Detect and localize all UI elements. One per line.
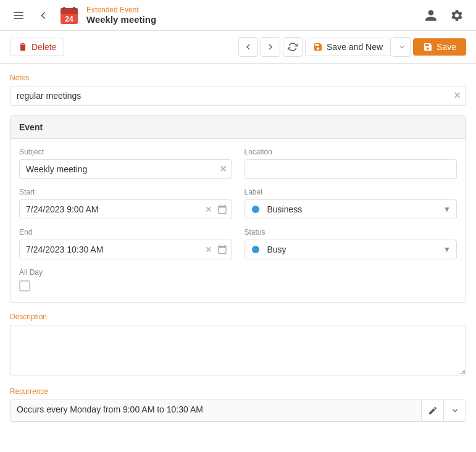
chevron-down-icon xyxy=(451,406,459,415)
status-select[interactable]: Busy Free Tentative Out of Office xyxy=(244,240,457,259)
end-status-row: End ✕ Status xyxy=(19,228,457,259)
chevron-left-icon xyxy=(243,42,253,52)
header-left: 24 Extended Event Weekly meeting xyxy=(10,6,156,25)
subject-location-row: Subject ✕ Location xyxy=(19,148,457,179)
start-calendar-button[interactable] xyxy=(216,203,228,216)
chevron-right-icon xyxy=(265,42,275,52)
save-and-new-label: Save and New xyxy=(327,42,383,52)
label-select-wrap: Business Personal Family Holiday ▼ xyxy=(244,199,457,219)
event-section: Event Subject ✕ Location xyxy=(10,115,466,303)
account-icon xyxy=(424,9,438,22)
content-area: Notes ✕ Event Subject ✕ Location xyxy=(0,64,476,452)
calendar-icon xyxy=(217,204,227,214)
trash-icon xyxy=(18,42,28,52)
end-label: End xyxy=(19,228,232,236)
app-icon: 24 xyxy=(59,6,79,25)
subject-input[interactable] xyxy=(19,159,232,179)
start-label-row: Start ✕ Label xyxy=(19,188,457,219)
end-input[interactable] xyxy=(19,240,232,259)
end-icons: ✕ xyxy=(204,243,228,256)
header-main-title: Weekly meeting xyxy=(86,14,156,25)
delete-label: Delete xyxy=(31,42,56,52)
notes-input-wrap: ✕ xyxy=(10,86,466,106)
label-select[interactable]: Business Personal Family Holiday xyxy=(244,199,457,219)
account-button[interactable] xyxy=(422,6,440,25)
header-right xyxy=(422,6,466,25)
back-icon xyxy=(37,9,49,22)
start-icons: ✕ xyxy=(204,203,228,216)
start-col: Start ✕ xyxy=(19,188,232,219)
allday-checkbox[interactable] xyxy=(19,280,30,291)
delete-button[interactable]: Delete xyxy=(10,38,64,56)
start-input[interactable] xyxy=(19,199,232,219)
subject-label: Subject xyxy=(19,148,232,156)
menu-button[interactable] xyxy=(10,7,27,24)
start-input-wrap: ✕ xyxy=(19,199,232,219)
end-col: End ✕ xyxy=(19,228,232,259)
prev-button[interactable] xyxy=(238,37,258,57)
end-clear-button[interactable]: ✕ xyxy=(204,243,214,256)
save-icon xyxy=(423,42,433,52)
subject-clear-button[interactable]: ✕ xyxy=(219,164,227,174)
description-section: Description xyxy=(10,312,466,377)
settings-button[interactable] xyxy=(448,6,466,25)
description-label: Description xyxy=(10,312,466,321)
back-button[interactable] xyxy=(35,7,52,24)
svg-text:24: 24 xyxy=(65,15,73,23)
label-field-label: Label xyxy=(244,188,457,196)
calendar-icon xyxy=(217,245,227,254)
label-dot xyxy=(252,206,259,213)
save-button[interactable]: Save xyxy=(413,38,466,56)
toolbar-right: Save and New Save xyxy=(238,37,466,57)
save-label: Save xyxy=(436,42,456,52)
header-title: Extended Event Weekly meeting xyxy=(86,6,156,25)
next-button[interactable] xyxy=(261,37,280,57)
svg-rect-6 xyxy=(63,7,65,10)
start-label: Start xyxy=(19,188,232,196)
status-field-label: Status xyxy=(244,228,457,236)
start-clear-button[interactable]: ✕ xyxy=(204,203,214,216)
location-label: Location xyxy=(244,148,457,156)
end-input-wrap: ✕ xyxy=(19,240,232,259)
label-col: Label Business Personal Family Holiday ▼ xyxy=(244,188,457,219)
allday-row: All Day xyxy=(19,268,457,293)
dropdown-arrow-icon xyxy=(398,43,406,51)
header-subtitle: Extended Event xyxy=(86,6,156,14)
recurrence-edit-button[interactable] xyxy=(422,400,444,422)
menu-icon xyxy=(12,9,25,22)
pencil-icon xyxy=(428,406,438,416)
recurrence-input-wrap: Occurs every Monday from 9:00 AM to 10:3… xyxy=(10,400,466,422)
svg-rect-7 xyxy=(73,7,75,10)
header: 24 Extended Event Weekly meeting xyxy=(0,0,476,31)
location-col: Location xyxy=(244,148,457,179)
status-select-wrap: Busy Free Tentative Out of Office ▼ xyxy=(244,240,457,259)
recurrence-label: Recurrence xyxy=(10,387,466,396)
description-textarea[interactable] xyxy=(10,325,466,375)
recurrence-text: Occurs every Monday from 9:00 AM to 10:3… xyxy=(10,400,422,422)
toolbar: Delete Save and New xyxy=(0,31,476,64)
allday-label: All Day xyxy=(19,268,457,277)
notes-clear-button[interactable]: ✕ xyxy=(453,91,461,101)
event-section-header: Event xyxy=(10,116,466,139)
notes-section: Notes ✕ xyxy=(10,73,466,106)
subject-col: Subject ✕ xyxy=(19,148,232,179)
status-dot xyxy=(252,246,259,253)
event-section-body: Subject ✕ Location Start xyxy=(10,139,466,302)
recurrence-section: Recurrence Occurs every Monday from 9:00… xyxy=(10,387,466,422)
notes-input[interactable] xyxy=(10,86,466,106)
toolbar-left: Delete xyxy=(10,38,64,56)
recurrence-dropdown-button[interactable] xyxy=(444,400,466,422)
gear-icon xyxy=(450,9,464,22)
save-new-icon xyxy=(313,42,323,52)
end-calendar-button[interactable] xyxy=(216,243,228,256)
status-col: Status Busy Free Tentative Out of Office… xyxy=(244,228,457,259)
notes-label: Notes xyxy=(10,73,466,82)
subject-input-wrap: ✕ xyxy=(19,159,232,179)
svg-rect-5 xyxy=(61,12,78,14)
save-new-dropdown-button[interactable] xyxy=(393,37,411,57)
save-and-new-button[interactable]: Save and New xyxy=(305,38,391,56)
location-input[interactable] xyxy=(244,159,457,179)
refresh-icon xyxy=(288,42,298,52)
refresh-button[interactable] xyxy=(283,37,303,57)
